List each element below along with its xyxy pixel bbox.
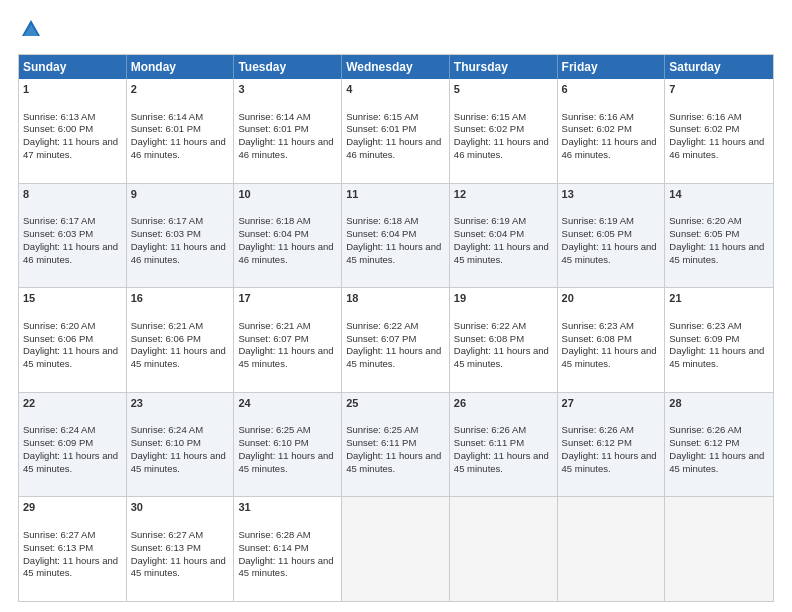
sunrise-text: Sunrise: 6:16 AM [562, 111, 634, 122]
sunset-text: Sunset: 6:02 PM [669, 123, 739, 134]
daylight-text: Daylight: 11 hours and 45 minutes. [23, 345, 118, 369]
day-number: 10 [238, 187, 337, 202]
daylight-text: Daylight: 11 hours and 46 minutes. [238, 241, 333, 265]
sunset-text: Sunset: 6:12 PM [562, 437, 632, 448]
day-number: 30 [131, 500, 230, 515]
day-cell-22: 22Sunrise: 6:24 AMSunset: 6:09 PMDayligh… [19, 393, 127, 497]
day-cell-2: 2Sunrise: 6:14 AMSunset: 6:01 PMDaylight… [127, 79, 235, 183]
daylight-text: Daylight: 11 hours and 46 minutes. [131, 136, 226, 160]
day-number: 23 [131, 396, 230, 411]
day-number: 24 [238, 396, 337, 411]
day-cell-23: 23Sunrise: 6:24 AMSunset: 6:10 PMDayligh… [127, 393, 235, 497]
day-number: 28 [669, 396, 769, 411]
day-cell-7: 7Sunrise: 6:16 AMSunset: 6:02 PMDaylight… [665, 79, 773, 183]
calendar: SundayMondayTuesdayWednesdayThursdayFrid… [18, 54, 774, 602]
sunrise-text: Sunrise: 6:27 AM [23, 529, 95, 540]
day-cell-25: 25Sunrise: 6:25 AMSunset: 6:11 PMDayligh… [342, 393, 450, 497]
sunrise-text: Sunrise: 6:27 AM [131, 529, 203, 540]
daylight-text: Daylight: 11 hours and 46 minutes. [454, 136, 549, 160]
logo-icon [20, 18, 42, 44]
daylight-text: Daylight: 11 hours and 45 minutes. [238, 555, 333, 579]
logo [18, 18, 42, 44]
day-cell-14: 14Sunrise: 6:20 AMSunset: 6:05 PMDayligh… [665, 184, 773, 288]
sunset-text: Sunset: 6:14 PM [238, 542, 308, 553]
sunrise-text: Sunrise: 6:23 AM [562, 320, 634, 331]
sunrise-text: Sunrise: 6:23 AM [669, 320, 741, 331]
daylight-text: Daylight: 11 hours and 45 minutes. [131, 555, 226, 579]
day-cell-16: 16Sunrise: 6:21 AMSunset: 6:06 PMDayligh… [127, 288, 235, 392]
day-cell-17: 17Sunrise: 6:21 AMSunset: 6:07 PMDayligh… [234, 288, 342, 392]
day-number: 27 [562, 396, 661, 411]
sunrise-text: Sunrise: 6:15 AM [454, 111, 526, 122]
daylight-text: Daylight: 11 hours and 45 minutes. [238, 345, 333, 369]
day-cell-27: 27Sunrise: 6:26 AMSunset: 6:12 PMDayligh… [558, 393, 666, 497]
daylight-text: Daylight: 11 hours and 45 minutes. [669, 450, 764, 474]
day-header-wednesday: Wednesday [342, 55, 450, 79]
sunset-text: Sunset: 6:05 PM [562, 228, 632, 239]
sunset-text: Sunset: 6:00 PM [23, 123, 93, 134]
day-cell-31: 31Sunrise: 6:28 AMSunset: 6:14 PMDayligh… [234, 497, 342, 601]
day-number: 2 [131, 82, 230, 97]
sunset-text: Sunset: 6:05 PM [669, 228, 739, 239]
daylight-text: Daylight: 11 hours and 47 minutes. [23, 136, 118, 160]
day-number: 13 [562, 187, 661, 202]
empty-cell [450, 497, 558, 601]
sunset-text: Sunset: 6:10 PM [238, 437, 308, 448]
day-cell-28: 28Sunrise: 6:26 AMSunset: 6:12 PMDayligh… [665, 393, 773, 497]
sunrise-text: Sunrise: 6:25 AM [238, 424, 310, 435]
day-number: 19 [454, 291, 553, 306]
day-number: 31 [238, 500, 337, 515]
sunrise-text: Sunrise: 6:15 AM [346, 111, 418, 122]
sunset-text: Sunset: 6:01 PM [346, 123, 416, 134]
sunrise-text: Sunrise: 6:18 AM [346, 215, 418, 226]
sunset-text: Sunset: 6:10 PM [131, 437, 201, 448]
calendar-header: SundayMondayTuesdayWednesdayThursdayFrid… [19, 55, 773, 79]
sunset-text: Sunset: 6:04 PM [238, 228, 308, 239]
day-cell-10: 10Sunrise: 6:18 AMSunset: 6:04 PMDayligh… [234, 184, 342, 288]
empty-cell [342, 497, 450, 601]
day-number: 16 [131, 291, 230, 306]
sunset-text: Sunset: 6:01 PM [238, 123, 308, 134]
sunrise-text: Sunrise: 6:26 AM [562, 424, 634, 435]
calendar-week-3: 15Sunrise: 6:20 AMSunset: 6:06 PMDayligh… [19, 288, 773, 393]
day-number: 18 [346, 291, 445, 306]
day-header-sunday: Sunday [19, 55, 127, 79]
daylight-text: Daylight: 11 hours and 45 minutes. [562, 241, 657, 265]
day-header-monday: Monday [127, 55, 235, 79]
page: SundayMondayTuesdayWednesdayThursdayFrid… [0, 0, 792, 612]
calendar-week-5: 29Sunrise: 6:27 AMSunset: 6:13 PMDayligh… [19, 497, 773, 601]
sunrise-text: Sunrise: 6:28 AM [238, 529, 310, 540]
day-cell-12: 12Sunrise: 6:19 AMSunset: 6:04 PMDayligh… [450, 184, 558, 288]
sunrise-text: Sunrise: 6:26 AM [454, 424, 526, 435]
sunset-text: Sunset: 6:06 PM [23, 333, 93, 344]
sunrise-text: Sunrise: 6:18 AM [238, 215, 310, 226]
day-cell-26: 26Sunrise: 6:26 AMSunset: 6:11 PMDayligh… [450, 393, 558, 497]
sunset-text: Sunset: 6:01 PM [131, 123, 201, 134]
empty-cell [665, 497, 773, 601]
day-number: 9 [131, 187, 230, 202]
day-cell-29: 29Sunrise: 6:27 AMSunset: 6:13 PMDayligh… [19, 497, 127, 601]
daylight-text: Daylight: 11 hours and 46 minutes. [669, 136, 764, 160]
header [18, 18, 774, 44]
sunset-text: Sunset: 6:04 PM [346, 228, 416, 239]
sunset-text: Sunset: 6:06 PM [131, 333, 201, 344]
daylight-text: Daylight: 11 hours and 45 minutes. [562, 450, 657, 474]
sunset-text: Sunset: 6:09 PM [23, 437, 93, 448]
day-number: 8 [23, 187, 122, 202]
day-cell-4: 4Sunrise: 6:15 AMSunset: 6:01 PMDaylight… [342, 79, 450, 183]
day-number: 7 [669, 82, 769, 97]
sunset-text: Sunset: 6:07 PM [238, 333, 308, 344]
day-number: 14 [669, 187, 769, 202]
sunset-text: Sunset: 6:11 PM [346, 437, 416, 448]
sunrise-text: Sunrise: 6:14 AM [131, 111, 203, 122]
sunset-text: Sunset: 6:02 PM [562, 123, 632, 134]
sunrise-text: Sunrise: 6:16 AM [669, 111, 741, 122]
day-number: 11 [346, 187, 445, 202]
sunset-text: Sunset: 6:02 PM [454, 123, 524, 134]
sunset-text: Sunset: 6:11 PM [454, 437, 524, 448]
day-header-friday: Friday [558, 55, 666, 79]
sunrise-text: Sunrise: 6:14 AM [238, 111, 310, 122]
calendar-week-4: 22Sunrise: 6:24 AMSunset: 6:09 PMDayligh… [19, 393, 773, 498]
sunrise-text: Sunrise: 6:21 AM [238, 320, 310, 331]
sunrise-text: Sunrise: 6:22 AM [346, 320, 418, 331]
